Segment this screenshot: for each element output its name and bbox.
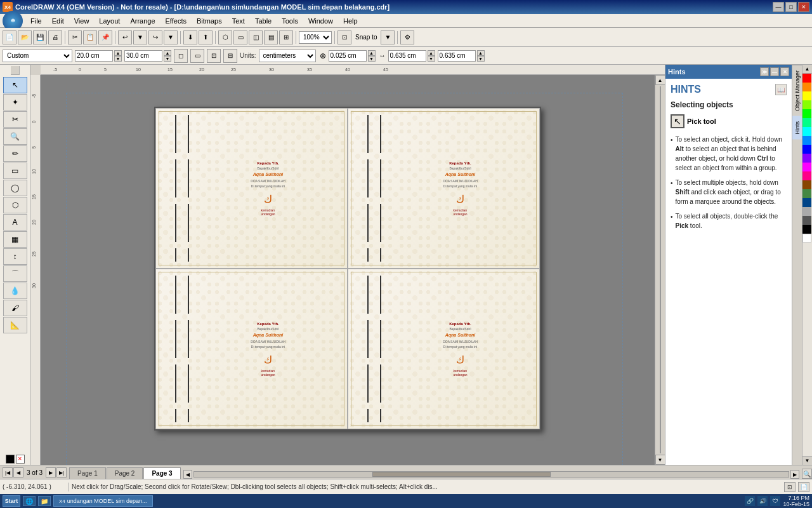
zoom-tool[interactable]: 🔍 xyxy=(3,128,27,145)
import-button[interactable]: ⬇ xyxy=(183,30,197,44)
view-mode-btn4[interactable]: ▤ xyxy=(264,30,278,44)
dropper-tool[interactable]: 💧 xyxy=(3,283,27,299)
menu-help[interactable]: Help xyxy=(338,16,363,26)
menu-tools[interactable]: Tools xyxy=(277,16,303,26)
view-mode-btn5[interactable]: ⊞ xyxy=(279,30,293,44)
pick-tool[interactable]: ↖ xyxy=(3,77,27,93)
menu-window[interactable]: Window xyxy=(303,16,338,26)
menu-view[interactable]: View xyxy=(69,16,95,26)
maximize-button[interactable]: □ xyxy=(785,2,797,12)
page-size-select[interactable]: Custom xyxy=(3,50,72,62)
start-button[interactable]: Start xyxy=(3,495,20,507)
card-cell-4[interactable]: Kepada Yth. Bapak/Ibu/Sdr/i Aqna Sulthon… xyxy=(348,269,540,429)
paste-button[interactable]: 📌 xyxy=(98,30,112,44)
tray-network[interactable]: 🔗 xyxy=(745,496,755,506)
polygon-tool[interactable]: ⬡ xyxy=(3,197,27,213)
scroll-up-btn[interactable]: ▲ xyxy=(655,75,665,85)
menu-edit[interactable]: Edit xyxy=(47,16,69,26)
page-next-btn[interactable]: ▶ xyxy=(46,467,56,478)
minimize-button[interactable]: — xyxy=(773,2,784,12)
card-cell-2[interactable]: Kepada Yth. Bapak/Ibu/Sdr/i Aqna Sulthon… xyxy=(348,108,540,269)
hints-book-icon[interactable]: 📖 xyxy=(775,84,787,95)
landscape-btn[interactable]: ▭ xyxy=(190,49,204,63)
cut-button[interactable]: ✂ xyxy=(68,30,82,44)
tray-volume[interactable]: 🔊 xyxy=(757,496,768,506)
export-button[interactable]: ⬆ xyxy=(199,30,213,44)
page-first-btn[interactable]: |◀ xyxy=(3,467,13,478)
menu-effects[interactable]: Effects xyxy=(160,16,192,26)
menu-layout[interactable]: Layout xyxy=(94,16,125,26)
parallel-dim-tool[interactable]: ↕ xyxy=(3,248,27,265)
hscroll-left-btn[interactable]: ◀ xyxy=(183,470,192,479)
open-button[interactable]: 📂 xyxy=(18,30,32,44)
hscroll-right-btn[interactable]: ▶ xyxy=(790,470,799,479)
quick-launch-ie[interactable]: 🌐 xyxy=(23,496,36,506)
page-tab-2[interactable]: Page 2 xyxy=(107,467,143,479)
quick-launch-explore[interactable]: 📁 xyxy=(38,496,51,506)
page-options-btn2[interactable]: ⊟ xyxy=(223,49,237,63)
snap-dropdown[interactable]: ▼ xyxy=(381,30,395,44)
table-tool[interactable]: ▦ xyxy=(3,231,27,248)
fill-swatch[interactable]: ✕ xyxy=(16,455,25,464)
rect-tool[interactable]: ▭ xyxy=(3,163,27,179)
new-button[interactable]: 📄 xyxy=(3,30,16,44)
undo-button[interactable]: ↩ xyxy=(118,30,132,44)
hints-minimize-btn[interactable]: — xyxy=(770,67,779,76)
freehand-tool[interactable]: ✏ xyxy=(3,145,27,162)
step-input[interactable] xyxy=(329,50,367,62)
card-cell-3[interactable]: Kepada Yth. Bapak/Ibu/Sdr/i Aqna Sulthon… xyxy=(155,269,348,429)
hscroll-track[interactable] xyxy=(193,471,789,478)
snap-btn[interactable]: ⊡ xyxy=(337,30,351,44)
menu-bitmaps[interactable]: Bitmaps xyxy=(192,16,227,26)
menu-table[interactable]: Table xyxy=(250,16,277,26)
print-button[interactable]: 🖨 xyxy=(48,30,62,44)
fill-tool[interactable]: 🖌 xyxy=(3,300,27,316)
palette-scroll-up[interactable]: ▲ xyxy=(802,65,812,74)
portrait-btn[interactable]: ◻ xyxy=(174,49,188,63)
redo-button[interactable]: ↪ xyxy=(148,30,162,44)
x-down[interactable]: ▼ xyxy=(428,56,435,62)
crop-tool[interactable]: ✂ xyxy=(3,111,27,128)
page-prev-btn[interactable]: ◀ xyxy=(13,467,23,478)
menu-file[interactable]: File xyxy=(25,16,47,26)
page-last-btn[interactable]: ▶| xyxy=(56,467,67,478)
page-options-btn1[interactable]: ⊡ xyxy=(207,49,221,63)
width-up[interactable]: ▲ xyxy=(114,50,122,56)
page-info-btn[interactable]: 📄 xyxy=(798,482,809,492)
shape-tool[interactable]: ✦ xyxy=(3,94,27,110)
step-up[interactable]: ▲ xyxy=(368,50,376,56)
hints-pick-icon[interactable]: ↖ xyxy=(671,114,684,128)
view-mode-btn1[interactable]: ⬡ xyxy=(218,30,232,44)
save-button[interactable]: 💾 xyxy=(33,30,47,44)
outline-swatch[interactable] xyxy=(6,455,15,464)
zoom-page-btn[interactable]: 🔍 xyxy=(802,469,812,479)
canvas-scroll-area[interactable]: Kepada Yth. Bapak/Ibu/Sdr/i Aqna Sulthon… xyxy=(41,75,655,465)
card-cell-1[interactable]: Kepada Yth. Bapak/Ibu/Sdr/i Aqna Sulthon… xyxy=(155,108,348,269)
y-input[interactable] xyxy=(438,50,476,62)
page-tab-1[interactable]: Page 1 xyxy=(69,467,106,479)
extrude-tool[interactable]: 📐 xyxy=(3,317,27,333)
palette-scroll-down[interactable]: ▼ xyxy=(802,456,812,465)
hscroll-thumb[interactable] xyxy=(372,472,551,477)
hints-close-btn[interactable]: ✕ xyxy=(780,67,789,76)
connector-tool[interactable]: ⌒ xyxy=(3,265,27,282)
tray-security[interactable]: 🛡 xyxy=(770,496,780,506)
scroll-down-btn[interactable]: ▼ xyxy=(655,455,665,465)
copy-button[interactable]: 📋 xyxy=(83,30,97,44)
view-mode-btn3[interactable]: ◫ xyxy=(249,30,263,44)
menu-arrange[interactable]: Arrange xyxy=(125,16,160,26)
undo-dropdown[interactable]: ▼ xyxy=(133,30,147,44)
scroll-thumb[interactable] xyxy=(660,86,661,453)
y-up[interactable]: ▲ xyxy=(477,50,485,56)
snap-info-btn[interactable]: ⊡ xyxy=(784,482,796,492)
x-input[interactable] xyxy=(388,50,426,62)
text-tool[interactable]: A xyxy=(3,214,27,231)
tab-hints-vert[interactable]: Hints xyxy=(792,116,802,140)
units-select[interactable]: centimeters xyxy=(259,50,316,62)
height-up[interactable]: ▲ xyxy=(164,50,171,56)
ellipse-tool[interactable]: ◯ xyxy=(3,180,27,196)
step-down[interactable]: ▼ xyxy=(368,56,376,62)
width-down[interactable]: ▼ xyxy=(114,56,122,62)
width-input[interactable] xyxy=(75,50,113,62)
page-tab-3[interactable]: Page 3 xyxy=(143,467,180,479)
